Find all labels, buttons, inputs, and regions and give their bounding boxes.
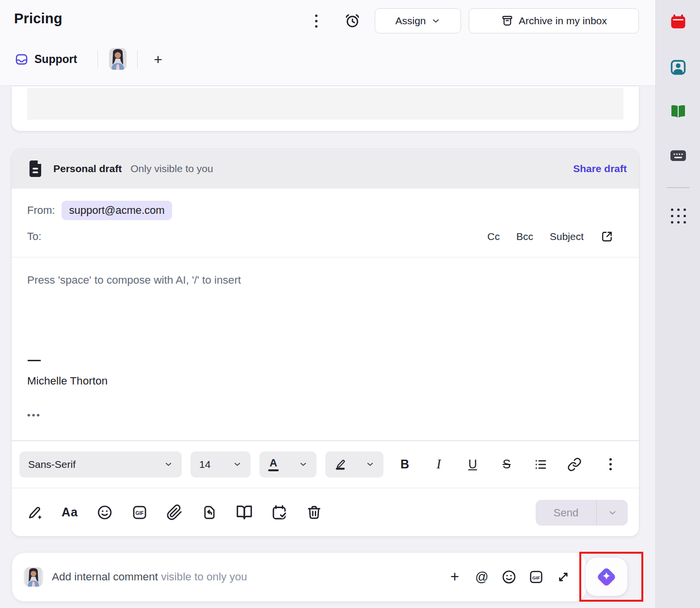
- chevron-down-icon: [431, 16, 441, 26]
- add-participant-button[interactable]: +: [148, 50, 168, 69]
- ai-assistant-button[interactable]: [585, 557, 628, 596]
- draft-title: Personal draft: [53, 163, 122, 175]
- chevron-down-icon: [299, 460, 308, 469]
- bold-button[interactable]: B: [394, 454, 415, 475]
- ai-sparkle-diamond-icon: [594, 564, 619, 590]
- participants-row: Support +: [0, 47, 655, 72]
- link-icon: [567, 457, 582, 472]
- comment-toolbar: + @ GIF: [445, 553, 573, 601]
- from-label: From:: [27, 204, 55, 217]
- avatar: [24, 567, 43, 587]
- mention-icon[interactable]: @: [472, 567, 492, 587]
- chevron-down-icon: [607, 508, 618, 518]
- canned-response-icon[interactable]: [199, 502, 220, 523]
- send-button[interactable]: Send: [536, 500, 596, 526]
- knowledge-book-icon[interactable]: [234, 502, 255, 523]
- message-preview-block: [27, 88, 623, 120]
- archive-icon: [501, 15, 514, 28]
- font-size-value: 14: [199, 459, 210, 470]
- sidebar-calendar-icon[interactable]: [656, 13, 700, 31]
- strikethrough-button[interactable]: S: [496, 454, 517, 475]
- archive-label: Archive in my inbox: [519, 15, 607, 27]
- app-sidebar: [655, 0, 700, 608]
- svg-text:GIF: GIF: [532, 575, 540, 580]
- plus-icon[interactable]: +: [445, 567, 465, 587]
- conversation-header: Pricing Assign Archive in my inbox: [0, 0, 655, 86]
- sidebar-contact-icon[interactable]: [656, 59, 700, 76]
- avatar[interactable]: [109, 48, 127, 70]
- draft-subtitle: Only visible to you: [130, 163, 213, 175]
- formatting-toolbar: Sans-Serif 14 A: [12, 440, 639, 487]
- composer-action-toolbar: Aa GIF: [12, 488, 639, 536]
- text-color-icon: A: [268, 457, 279, 471]
- assign-button[interactable]: Assign: [375, 8, 461, 33]
- more-formatting-icon[interactable]: [600, 454, 621, 475]
- underline-button[interactable]: U: [462, 454, 483, 475]
- from-address-chip[interactable]: support@acme.com: [62, 201, 172, 220]
- send-split-button: Send: [536, 500, 628, 526]
- highlight-color-select[interactable]: [325, 451, 383, 478]
- bcc-button[interactable]: Bcc: [516, 231, 533, 242]
- share-draft-link[interactable]: Share draft: [573, 149, 627, 189]
- conversation-body: Personal draft Only visible to you Share…: [0, 86, 655, 608]
- chevron-down-icon: [233, 460, 242, 469]
- app-root: { "header": { "title": "Pricing", "inbox…: [0, 0, 700, 608]
- previous-message-card: [12, 86, 639, 131]
- text-style-toggle[interactable]: Aa: [59, 502, 80, 523]
- chevron-down-icon: [366, 460, 375, 469]
- cc-button[interactable]: Cc: [487, 231, 500, 242]
- sidebar-keyboard-icon[interactable]: [656, 148, 700, 163]
- emoji-icon[interactable]: [94, 502, 115, 523]
- popout-icon[interactable]: [600, 230, 614, 243]
- chevron-down-icon: [164, 460, 173, 469]
- snooze-alarm-icon[interactable]: [342, 10, 363, 32]
- kebab-menu-icon[interactable]: [309, 10, 323, 32]
- draft-document-icon: [29, 160, 44, 177]
- draft-header: Personal draft Only visible to you Share…: [12, 149, 639, 189]
- divider: [97, 50, 98, 68]
- subject-button[interactable]: Subject: [550, 231, 584, 242]
- draft-composer-card: Personal draft Only visible to you Share…: [12, 149, 639, 536]
- to-row[interactable]: To:: [27, 225, 41, 248]
- internal-comment-bar[interactable]: Add internal comment visible to only you…: [12, 552, 587, 602]
- main-pane: Pricing Assign Archive in my inbox: [0, 0, 655, 608]
- assign-label: Assign: [395, 15, 426, 27]
- signature-divider: —: [28, 352, 41, 368]
- inbox-chip[interactable]: Support: [15, 47, 77, 72]
- inbox-label: Support: [34, 53, 77, 66]
- from-row: From: support@acme.com: [27, 199, 172, 222]
- expand-icon[interactable]: [553, 567, 573, 587]
- divider: [12, 257, 639, 257]
- emoji-icon[interactable]: [499, 567, 519, 587]
- font-family-select[interactable]: Sans-Serif: [19, 451, 182, 478]
- sidebar-book-icon[interactable]: [656, 103, 700, 120]
- signature-name: Michelle Thorton: [27, 375, 108, 387]
- compose-ai-pencil-icon[interactable]: [24, 502, 46, 523]
- page-title: Pricing: [14, 11, 63, 27]
- attachment-icon[interactable]: [164, 502, 185, 523]
- send-options-button[interactable]: [597, 500, 628, 526]
- inbox-icon: [15, 53, 28, 66]
- italic-button[interactable]: I: [428, 454, 449, 475]
- link-button[interactable]: [564, 454, 585, 475]
- font-size-select[interactable]: 14: [191, 451, 251, 478]
- gif-icon[interactable]: GIF: [129, 502, 150, 523]
- comment-placeholder: Add internal comment visible to only you: [52, 571, 247, 583]
- recipient-field-actions: Cc Bcc Subject: [487, 225, 614, 248]
- font-family-value: Sans-Serif: [28, 459, 76, 470]
- to-label: To:: [27, 230, 41, 243]
- bullet-list-button[interactable]: [530, 454, 551, 475]
- highlight-icon: [334, 458, 347, 471]
- divider: [667, 187, 690, 188]
- schedule-calendar-icon[interactable]: [269, 502, 290, 523]
- annotation-highlight-box: [579, 552, 643, 602]
- gif-icon[interactable]: GIF: [526, 567, 546, 587]
- divider: [137, 50, 138, 68]
- text-color-select[interactable]: A: [259, 451, 317, 478]
- trimmed-content-toggle[interactable]: •••: [27, 410, 41, 420]
- archive-button[interactable]: Archive in my inbox: [469, 8, 639, 33]
- sidebar-apps-grid-icon[interactable]: [671, 208, 686, 224]
- trash-icon[interactable]: [303, 502, 325, 523]
- bullet-list-icon: [533, 457, 548, 472]
- compose-body-placeholder[interactable]: Press 'space' to compose with AI, '/' to…: [27, 274, 241, 287]
